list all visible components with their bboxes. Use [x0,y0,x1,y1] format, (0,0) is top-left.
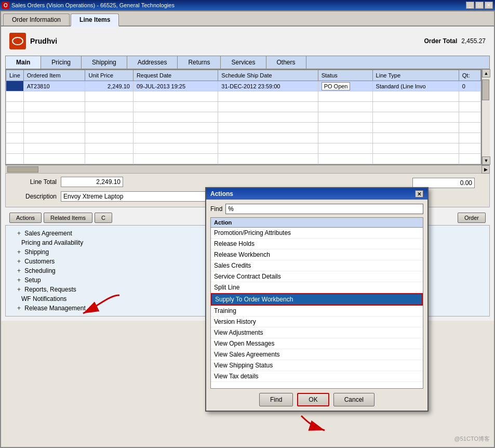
find-input[interactable] [225,204,423,214]
window-title: Sales Orders (Vision Operations) - 66525… [11,2,466,8]
minimize-button[interactable]: _ [466,2,474,9]
sub-tab-main[interactable]: Main [6,56,41,69]
dialog-ok-button[interactable]: OK [297,393,329,406]
order-button[interactable]: Order [458,213,486,223]
action-item-sales-credits[interactable]: Sales Credits [211,260,423,271]
table-row [6,133,481,143]
table-row [6,123,481,133]
horizontal-scrollbar[interactable]: ▶ [5,165,490,173]
find-row: Find [210,204,423,214]
action-item-split-line[interactable]: Split Line [211,282,423,293]
user-name: Prudhvi [30,37,424,45]
cell-schedule-ship-date: 31-DEC-2012 23:59:00 [218,81,318,91]
scroll-down-btn[interactable]: ▼ [482,156,490,165]
expand-icon-setup: + [17,276,21,284]
cell-status: PO Open [318,81,372,91]
cell-unit-price: 2,249.10 [85,81,133,91]
expand-icon: + [17,230,21,237]
cell-ordered-item: AT23810 [23,81,85,91]
col-header-ordered-item: Ordered Item [23,70,85,81]
dialog-close-button[interactable]: ✕ [415,190,423,197]
table-row [6,143,481,154]
cell-line-type: Standard (Line Invo [372,81,459,91]
table-row [6,102,481,112]
order-total-label: Order Total [424,37,457,45]
arrow-annotation [68,290,130,322]
action-item-view-open-messages[interactable]: View Open Messages [211,338,423,349]
sub-tab-services[interactable]: Services [221,56,266,69]
expand-icon-reports: + [17,286,21,293]
col-header-qty: Qt: [459,70,480,81]
action-item-service-contract[interactable]: Service Contract Details [211,271,423,282]
col-header-request-date: Request Date [133,70,218,81]
order-total-value: 2,455.27 [461,37,486,45]
sub-tab-pricing[interactable]: Pricing [41,56,82,69]
action-item-view-tax-details[interactable]: View Tax details [211,371,423,382]
sub-tab-shipping[interactable]: Shipping [82,56,127,69]
sub-tab-row: Main Pricing Shipping Addresses Returns … [5,56,490,69]
cell-request-date: 09-JUL-2013 19:25 [133,81,218,91]
dialog-title: Actions [210,190,233,197]
oracle-logo [9,33,26,49]
cancel-button[interactable]: C [95,213,112,223]
cell-indicator [6,81,24,91]
status-badge: PO Open [322,82,351,90]
h-scroll-right[interactable]: ▶ [481,165,490,174]
vertical-scrollbar[interactable]: ▲ ▼ [481,69,490,165]
ok-arrow-annotation [296,411,338,438]
table-row[interactable]: AT23810 2,249.10 09-JUL-2013 19:25 31-DE… [6,81,481,91]
tab-line-items[interactable]: Line Items [71,14,119,27]
dialog-content: Find Action Promotion/Pricing Attributes… [206,200,427,411]
line-total-row: Line Total 2,249.10 [10,177,123,187]
col-header-status: Status [318,70,372,81]
action-item-version-history[interactable]: Version History [211,317,423,327]
expand-icon-scheduling: + [17,267,21,274]
dialog-cancel-button[interactable]: Cancel [333,393,374,406]
expand-icon-shipping: + [17,248,21,256]
action-item-view-adjustments[interactable]: View Adjustments [211,327,423,338]
action-item-release-holds[interactable]: Release Holds [211,239,423,249]
find-label: Find [210,205,222,213]
col-header-line: Line [6,70,24,81]
table-row [6,112,481,123]
col-header-line-type: Line Type [372,70,459,81]
table-row [6,91,481,102]
table-area: Line Ordered Item Unit Price Request Dat… [5,69,490,165]
action-item-view-sales-agreements[interactable]: View Sales Agreements [211,349,423,360]
watermark: @51CTO博客 [454,435,490,443]
col-header-unit-price: Unit Price [85,70,133,81]
line-total-value: 2,249.10 [61,177,123,187]
svg-point-0 [12,37,23,45]
dialog-find-button[interactable]: Find [259,393,293,406]
actions-button[interactable]: Actions [9,213,42,223]
description-value: Envoy Xtreme Laptop [61,191,217,202]
action-item-release-workbench[interactable]: Release Workbench [211,249,423,260]
maximize-button[interactable]: □ [475,2,484,9]
col-header-schedule-ship-date: Schedule Ship Date [218,70,318,81]
scroll-track [482,77,490,156]
table-row [6,154,481,164]
action-item-promotion[interactable]: Promotion/Pricing Attributes [211,228,423,239]
main-tab-row: Order Information Line Items [1,11,494,27]
tab-order-information[interactable]: Order Information [3,14,70,25]
close-button[interactable]: ✕ [485,2,493,9]
table-container: Line Ordered Item Unit Price Request Dat… [5,69,481,165]
sub-tab-returns[interactable]: Returns [178,56,221,69]
h-scroll-thumb[interactable] [7,166,38,173]
line-items-table: Line Ordered Item Unit Price Request Dat… [6,70,481,164]
extra-value: 0.00 [412,178,475,188]
related-items-button[interactable]: Related Items [44,213,92,223]
cell-qty: 0 [459,81,480,91]
sub-tab-others[interactable]: Others [266,56,306,69]
scroll-thumb[interactable] [482,80,489,100]
scroll-up-btn[interactable]: ▲ [482,69,490,77]
header-row: Prudhvi Order Total 2,455.27 [5,31,490,51]
line-total-label: Line Total [10,178,57,186]
window-controls: _ □ ✕ [466,2,493,9]
action-item-supply-to-order[interactable]: Supply To Order Workbench [211,293,423,306]
action-item-training[interactable]: Training [211,306,423,317]
dialog-title-bar: Actions ✕ [206,188,427,200]
action-item-view-shipping-status[interactable]: View Shipping Status [211,360,423,371]
sub-tab-addresses[interactable]: Addresses [127,56,178,69]
dialog-btn-row: Find OK Cancel [210,393,423,406]
